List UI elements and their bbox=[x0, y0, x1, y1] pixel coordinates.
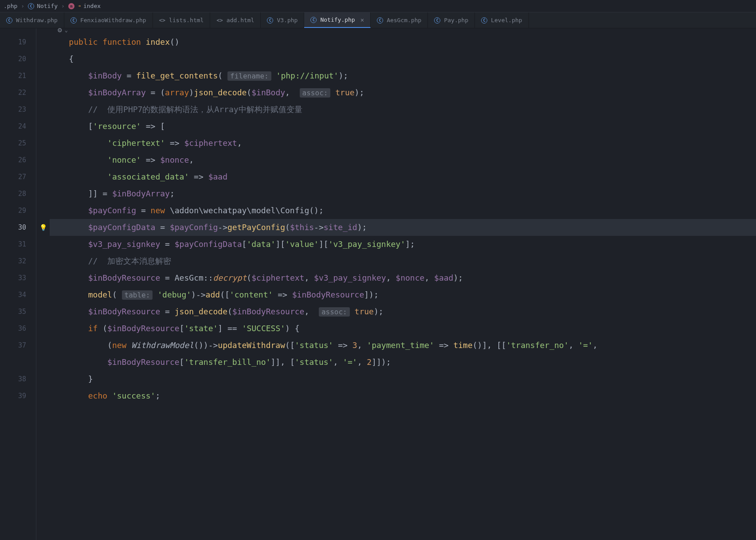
code-toolbar[interactable]: ⚙ ⌄ bbox=[58, 26, 68, 34]
code-line[interactable]: $inBodyResource['transfer_bill_no']], ['… bbox=[50, 354, 756, 371]
code-line[interactable]: $inBodyResource = AesGcm::decrypt($ciphe… bbox=[50, 270, 756, 286]
code-line[interactable]: $inBody = file_get_contents( filename: '… bbox=[50, 67, 756, 84]
gutter-icon-slot bbox=[36, 118, 50, 135]
code-line[interactable]: // 使用PHP7的数据解构语法，从Array中解构并赋值变量 bbox=[50, 101, 756, 118]
code-line[interactable]: ]] = $inBodyArray; bbox=[50, 185, 756, 202]
tab-add[interactable]: <>add.html bbox=[210, 12, 261, 28]
code-line[interactable]: { bbox=[50, 51, 756, 67]
tab-level[interactable]: CLevel.php bbox=[475, 12, 529, 28]
gutter-icon-slot bbox=[36, 84, 50, 101]
tab-lists[interactable]: <>lists.html bbox=[153, 12, 211, 28]
line-number: 24 bbox=[0, 118, 36, 135]
class-icon: C bbox=[6, 17, 12, 23]
line-number: 28 bbox=[0, 185, 36, 202]
breadcrumb-item[interactable]: C Notify bbox=[28, 3, 58, 9]
tab-label: Pay.php bbox=[444, 17, 468, 23]
tab-label: FenxiaoWithdraw.php bbox=[80, 17, 146, 23]
line-number: 32 bbox=[0, 253, 36, 270]
code-line[interactable]: $inBodyArray = (array)json_decode($inBod… bbox=[50, 84, 756, 101]
chevron-down-icon[interactable]: ⌄ bbox=[65, 27, 68, 33]
line-number: 19 bbox=[0, 34, 36, 51]
gutter-icon-slot bbox=[36, 270, 50, 286]
line-number: 22 bbox=[0, 84, 36, 101]
gutter-icon-slot bbox=[36, 253, 50, 270]
gutter-icon-slot bbox=[36, 152, 50, 168]
code-line[interactable]: echo 'success'; bbox=[50, 387, 756, 404]
arrow-icon: ➜ bbox=[78, 4, 81, 8]
line-number: 20 bbox=[0, 51, 36, 67]
code-line[interactable]: 'nonce' => $nonce, bbox=[50, 152, 756, 168]
gutter-icon-slot bbox=[36, 185, 50, 202]
tab-label: add.html bbox=[227, 17, 255, 23]
gutter-icon-slot bbox=[36, 34, 50, 51]
tab-v3[interactable]: CV3.php bbox=[261, 12, 304, 28]
chevron-right-icon: › bbox=[61, 3, 65, 9]
line-number: 29 bbox=[0, 202, 36, 219]
class-icon: C bbox=[434, 17, 440, 23]
line-gutter: 1920212223242526272829303132333435363738… bbox=[0, 28, 36, 540]
line-number: 34 bbox=[0, 286, 36, 303]
gutter-icon-slot bbox=[36, 51, 50, 67]
gutter-icons: 💡 bbox=[36, 28, 50, 540]
code-line[interactable]: public function index() bbox=[50, 34, 756, 51]
gutter-icon-slot bbox=[36, 371, 50, 387]
tab-pay[interactable]: CPay.php bbox=[428, 12, 475, 28]
class-icon: C bbox=[481, 17, 487, 23]
code-line[interactable]: 'associated_data' => $aad bbox=[50, 168, 756, 185]
gutter-icon-slot bbox=[36, 202, 50, 219]
chevron-right-icon: › bbox=[21, 3, 24, 9]
code-line-active[interactable]: $payConfigData = $payConfig->getPayConfi… bbox=[50, 219, 756, 236]
code-line[interactable]: ['resource' => [ bbox=[50, 118, 756, 135]
breadcrumb-item[interactable]: .php bbox=[4, 3, 17, 9]
settings-icon[interactable]: ⚙ bbox=[58, 26, 62, 34]
gutter-icon-slot bbox=[36, 286, 50, 303]
line-number: 37 bbox=[0, 337, 36, 354]
breadcrumb-label: index bbox=[83, 3, 101, 9]
breadcrumb: .php › C Notify › m ➜ index bbox=[0, 0, 756, 12]
class-icon: C bbox=[310, 17, 317, 23]
code-line[interactable]: // 加密文本消息解密 bbox=[50, 253, 756, 270]
class-icon: C bbox=[267, 17, 273, 23]
tab-notify[interactable]: CNotify.php× bbox=[304, 12, 371, 28]
code-area[interactable]: ⚙ ⌄ public function index() { $inBody = … bbox=[50, 28, 756, 540]
html-icon: <> bbox=[216, 17, 223, 23]
close-icon[interactable]: × bbox=[360, 16, 364, 23]
code-line[interactable]: (new WithdrawModel())->updateWithdraw(['… bbox=[50, 337, 756, 354]
line-number: 26 bbox=[0, 152, 36, 168]
line-number: 30 bbox=[0, 219, 36, 236]
class-icon: C bbox=[377, 17, 383, 23]
gutter-icon-slot: 💡 bbox=[36, 219, 50, 236]
line-number: 35 bbox=[0, 303, 36, 320]
tab-label: Withdraw.php bbox=[16, 17, 58, 23]
code-line[interactable]: model( table: 'debug')->add(['content' =… bbox=[50, 286, 756, 303]
breadcrumb-label: .php bbox=[4, 3, 17, 9]
code-line[interactable]: } bbox=[50, 371, 756, 387]
tab-withdraw[interactable]: CWithdraw.php bbox=[0, 12, 64, 28]
code-editor[interactable]: 1920212223242526272829303132333435363738… bbox=[0, 28, 756, 540]
breadcrumb-item[interactable]: m ➜ index bbox=[68, 3, 101, 9]
line-number bbox=[0, 354, 36, 371]
line-number: 31 bbox=[0, 236, 36, 253]
code-line[interactable]: $inBodyResource = json_decode($inBodyRes… bbox=[50, 303, 756, 320]
class-icon: C bbox=[71, 17, 77, 23]
gutter-icon-slot bbox=[36, 135, 50, 152]
line-number: 23 bbox=[0, 101, 36, 118]
html-icon: <> bbox=[159, 17, 165, 23]
tab-label: V3.php bbox=[277, 17, 298, 23]
code-line[interactable]: 'ciphertext' => $ciphertext, bbox=[50, 135, 756, 152]
tab-label: AesGcm.php bbox=[387, 17, 421, 23]
tab-aesgcm[interactable]: CAesGcm.php bbox=[371, 12, 428, 28]
gutter-icon-slot bbox=[36, 337, 50, 354]
code-line[interactable]: if ($inBodyResource['state'] == 'SUCCESS… bbox=[50, 320, 756, 337]
class-icon: C bbox=[28, 3, 34, 9]
line-number: 39 bbox=[0, 387, 36, 404]
gutter-icon-slot bbox=[36, 236, 50, 253]
code-line[interactable]: $payConfig = new \addon\wechatpay\model\… bbox=[50, 202, 756, 219]
code-line[interactable]: $v3_pay_signkey = $payConfigData['data']… bbox=[50, 236, 756, 253]
tab-label: Level.php bbox=[491, 17, 522, 23]
lightbulb-icon[interactable]: 💡 bbox=[39, 224, 47, 231]
editor-tabs: CWithdraw.php CFenxiaoWithdraw.php <>lis… bbox=[0, 12, 756, 28]
gutter-icon-slot bbox=[36, 168, 50, 185]
line-number: 36 bbox=[0, 320, 36, 337]
tab-fenxiaowithdraw[interactable]: CFenxiaoWithdraw.php bbox=[64, 12, 153, 28]
